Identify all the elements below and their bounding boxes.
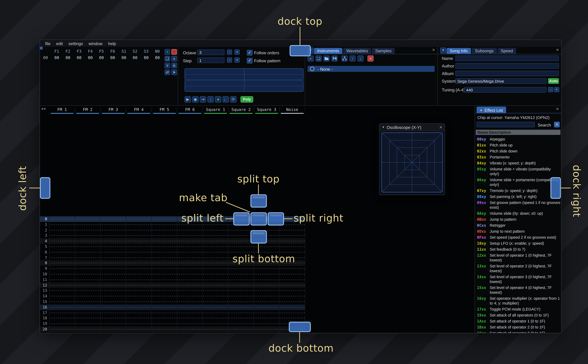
step-input[interactable] <box>197 58 225 63</box>
effect-row[interactable]: 12xx Set level of operator 1 (0 highest,… <box>476 252 561 263</box>
row-cells[interactable] <box>50 222 305 227</box>
effect-list-tab[interactable]: ▼ Effect List <box>476 107 506 113</box>
make-tab-target[interactable] <box>251 212 267 226</box>
menu-item[interactable]: edit <box>53 41 66 46</box>
move-instrument-down-button[interactable]: ↓ <box>357 55 363 61</box>
order-change-all-button[interactable]: ⇄ <box>165 69 170 75</box>
delete-instrument-button[interactable]: × <box>368 55 373 61</box>
row-cells[interactable] <box>50 216 305 222</box>
effect-row[interactable]: 10xy Setup LFO (x: enable; y: speed) <box>476 240 561 246</box>
effect-row[interactable]: 14xx Set level of operator 3 (0 highest,… <box>476 274 561 285</box>
order-cell[interactable]: 00 <box>51 55 62 60</box>
effect-row[interactable]: 08xy Set panning (x: left; y: right) <box>476 194 561 200</box>
effect-row[interactable]: 17xx Toggle PCM mode (LEGACY) <box>476 306 561 312</box>
order-remove-button[interactable]: − <box>171 49 177 55</box>
channel-header[interactable]: Square 2 <box>229 107 254 114</box>
effect-row[interactable]: 04xy Vibrato (x: speed; y: depth) <box>476 160 561 166</box>
song-tab[interactable]: Song Info <box>447 48 471 54</box>
pattern-row[interactable]: 20 <box>40 326 305 332</box>
dock-right-target[interactable] <box>550 177 561 199</box>
effect-row[interactable]: 1Cxx Set attack of operator 3 (0 to 1F) <box>476 330 561 333</box>
row-cells[interactable] <box>50 282 305 288</box>
order-cell[interactable]: 00 <box>96 55 107 60</box>
effect-row[interactable]: 02xx Pitch slide down <box>476 148 561 154</box>
asset-tab[interactable]: Instruments <box>314 48 342 54</box>
pattern-row[interactable]: 12 <box>40 282 305 288</box>
menu-item[interactable]: window <box>86 41 105 46</box>
play-button[interactable]: ▶ <box>185 96 191 103</box>
effect-row[interactable]: 03xx Portamento <box>476 154 561 160</box>
effect-row[interactable]: 1Bxx Set attack of operator 2 (0 to 1F) <box>476 324 561 330</box>
instrument-list-item[interactable]: - None - <box>308 66 435 72</box>
order-duplicate-button[interactable]: ❏ <box>165 56 170 61</box>
channel-header[interactable]: FM 5 <box>152 107 177 114</box>
octave-decrease-button[interactable]: - <box>227 50 232 55</box>
pattern-expand-button[interactable]: ++ <box>41 107 46 111</box>
effect-row[interactable]: 06xy Volume slide + portamento (compatib… <box>476 177 561 188</box>
repeat-button[interactable]: ⟳ <box>230 96 237 103</box>
effect-row[interactable]: 13xx Set level of operator 2 (0 highest,… <box>476 263 561 274</box>
pattern-row[interactable]: 9 <box>40 266 305 271</box>
row-cells[interactable] <box>50 227 305 233</box>
channel-header[interactable]: FM 1 <box>50 107 75 114</box>
channel-header[interactable]: FM 4 <box>126 107 152 114</box>
effect-row[interactable]: 00xy Arpeggio <box>476 136 561 142</box>
effect-list-menu-icon[interactable]: ≡ <box>554 122 560 127</box>
pattern-row[interactable]: 21 <box>40 332 305 333</box>
channel-header[interactable]: FM 3 <box>101 107 126 114</box>
order-add-button[interactable]: + <box>165 49 170 55</box>
poly-toggle-button[interactable]: Poly <box>240 96 253 103</box>
effect-row[interactable]: 1Axx Set attack of operator 1 (0 to 1F) <box>476 318 561 324</box>
pattern-row[interactable]: 17 <box>40 310 305 315</box>
pattern-row[interactable]: 13 <box>40 288 305 293</box>
order-cell[interactable]: 00 <box>62 55 73 60</box>
pattern-row[interactable]: 16 <box>40 304 305 310</box>
pattern-row[interactable]: 19 <box>40 321 305 326</box>
row-cells[interactable] <box>50 315 305 321</box>
order-cell[interactable]: 00 <box>129 55 141 60</box>
effect-row[interactable]: 0Fxx Set speed (speed 2 if no grooves ex… <box>476 234 561 240</box>
collapse-icon[interactable]: ▼ <box>382 126 385 129</box>
oscilloscope-xy-window[interactable]: ▼ Oscilloscope (X-Y) × <box>379 123 445 195</box>
row-cells[interactable] <box>50 233 305 238</box>
row-cells[interactable] <box>50 321 305 326</box>
order-cell[interactable]: 00 <box>118 55 129 60</box>
row-cells[interactable] <box>50 266 305 271</box>
oscilloscope-title-bar[interactable]: ▼ Oscilloscope (X-Y) × <box>379 124 445 131</box>
oscilloscope-strip-bottom[interactable] <box>185 80 304 92</box>
effect-row[interactable]: 09xx Set groove pattern (speed 1 if no g… <box>476 200 561 210</box>
pattern-row[interactable]: 15 <box>40 299 305 304</box>
author-field[interactable] <box>455 63 559 69</box>
add-instrument-button[interactable]: + <box>308 55 314 61</box>
save-instrument-button[interactable] <box>331 55 337 61</box>
order-duplicate-end-button[interactable]: ⇊ <box>171 63 177 68</box>
row-cells[interactable] <box>50 271 305 277</box>
channel-header[interactable]: FM 2 <box>75 107 101 114</box>
song-tab[interactable]: Speed <box>498 48 516 54</box>
instrument-layout-button[interactable] <box>342 55 348 61</box>
asset-tab[interactable]: Wavetables <box>343 48 371 54</box>
pattern-row[interactable]: 11 <box>40 277 305 282</box>
order-cell[interactable]: 00 <box>73 55 85 60</box>
play-once-button[interactable]: ⇥ <box>200 96 206 103</box>
order-cell[interactable]: 00 <box>152 55 163 60</box>
follow-pattern-checkbox[interactable]: ✓ <box>247 58 252 64</box>
row-cells[interactable] <box>50 288 305 293</box>
row-cells[interactable] <box>50 293 305 299</box>
effect-row[interactable]: 05xy Volume slide + vibrato (compatibili… <box>476 166 561 177</box>
system-field[interactable] <box>455 78 547 84</box>
open-instrument-button[interactable] <box>324 55 330 61</box>
effect-row[interactable]: 0Dxx Jump to next pattern <box>476 228 561 234</box>
effect-row[interactable]: 0Bxx Jump to pattern <box>476 216 561 222</box>
row-cells[interactable] <box>50 238 305 244</box>
channel-header[interactable]: FM 6 <box>177 107 203 114</box>
order-cell[interactable]: 00 <box>141 55 152 60</box>
channel-header[interactable]: Noise <box>280 107 305 114</box>
system-auto-button[interactable]: Auto <box>548 78 559 84</box>
follow-orders-checkbox[interactable]: ✓ <box>247 50 252 55</box>
oscilloscope-close-icon[interactable]: × <box>439 124 442 130</box>
tuning-increase-button[interactable]: + <box>554 87 559 92</box>
menu-item[interactable]: settings <box>66 41 86 46</box>
pattern-row[interactable]: 10 <box>40 271 305 277</box>
effect-row[interactable]: 15xx Set level of operator 4 (0 highest,… <box>476 285 561 295</box>
